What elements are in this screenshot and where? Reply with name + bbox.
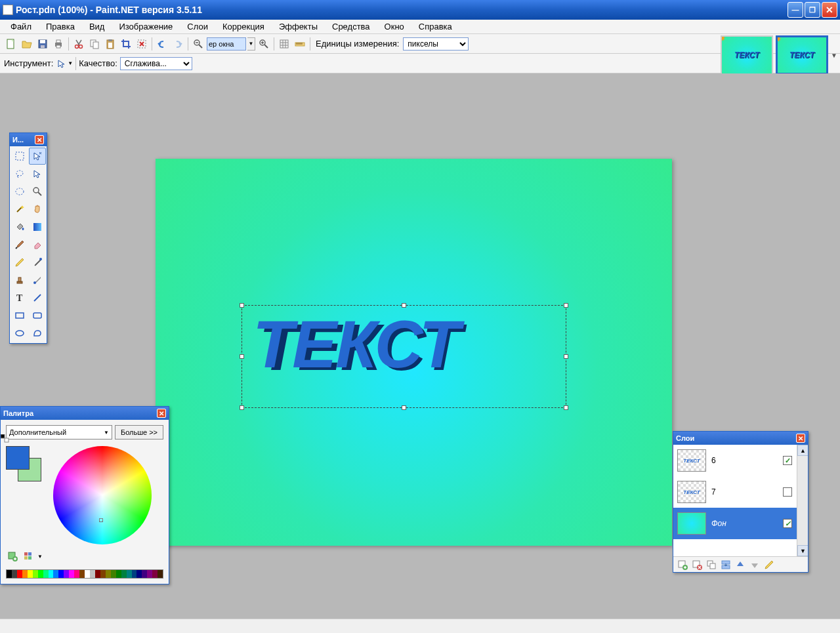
layer-row[interactable]: ТЕКСТ 7 [673,476,808,508]
palette-color[interactable] [33,570,38,578]
zoom-in-button[interactable] [257,37,271,51]
current-tool-icon[interactable] [56,58,68,70]
color-panel-title[interactable]: Палитра ✕ [1,407,169,420]
menu-adjust[interactable]: Коррекция [216,20,271,33]
recolor-tool[interactable] [29,272,46,289]
quality-select[interactable]: Сглажива... [120,57,192,70]
layer-row[interactable]: ТЕКСТ 6 ✓ [673,445,808,476]
resize-handle-ne[interactable] [564,303,568,308]
add-palette-color-icon[interactable] [6,550,19,563]
palette-color[interactable] [28,570,33,578]
tool-dropdown-arrow[interactable]: ▼ [68,60,73,66]
palette-color[interactable] [111,570,116,578]
ellipse-select-tool[interactable] [11,183,28,200]
zoom-tool[interactable] [29,183,46,200]
palette-color[interactable] [85,570,90,578]
palette-color[interactable] [69,570,74,578]
resize-handle-n[interactable] [402,303,406,308]
palette-color[interactable] [158,570,163,578]
resize-handle-nw[interactable] [240,303,244,308]
rectangle-tool[interactable] [11,307,28,324]
palette-color[interactable] [121,570,127,578]
palette-color[interactable] [38,570,43,578]
rect-select-tool[interactable] [11,148,28,165]
palette-color[interactable] [43,570,49,578]
duplicate-layer-button[interactable] [705,558,718,571]
menu-help[interactable]: Справка [412,20,459,33]
ruler-button[interactable] [293,37,307,51]
palette-color[interactable] [147,570,152,578]
menu-image[interactable]: Изображение [112,20,179,33]
palette-color[interactable] [64,570,69,578]
paintbrush-tool[interactable] [11,236,28,253]
palette-color[interactable] [12,570,17,578]
menu-effects[interactable]: Эффекты [272,20,324,33]
scroll-up-button[interactable]: ▲ [797,445,808,456]
thumbs-dropdown[interactable]: ▼ [831,49,837,62]
copy-button[interactable] [87,37,102,51]
menu-view[interactable]: Вид [83,20,112,33]
doc-thumb-1[interactable]: ✹ ТЕКСТ [721,35,773,75]
merge-layer-button[interactable] [719,558,732,571]
menu-layers[interactable]: Слои [180,20,215,33]
pan-tool[interactable] [29,201,46,218]
paste-button[interactable] [103,37,117,51]
move-selection-tool[interactable] [29,148,46,165]
save-button[interactable] [35,37,50,51]
layers-scrollbar[interactable]: ▲ ▼ [797,445,808,556]
color-close-button[interactable]: ✕ [157,409,166,418]
palette-color[interactable] [22,570,28,578]
palette-color[interactable] [142,570,147,578]
palette-color[interactable] [17,570,22,578]
doc-thumb-2[interactable]: ✹ ТЕКСТ [776,35,828,75]
palette-color[interactable] [136,570,142,578]
tools-close-button[interactable]: ✕ [35,135,44,144]
palette-color[interactable] [95,570,100,578]
delete-layer-button[interactable] [690,558,704,571]
text-tool[interactable]: T [11,289,28,306]
zoom-out-button[interactable] [191,37,205,51]
palette-color[interactable] [106,570,111,578]
move-layer-down-button[interactable] [748,558,761,571]
undo-button[interactable] [155,37,169,51]
menu-file[interactable]: Файл [4,20,38,33]
redo-button[interactable] [171,37,185,51]
resize-handle-e[interactable] [564,354,568,359]
color-picker-tool[interactable] [29,254,46,271]
add-layer-button[interactable] [676,558,689,571]
layers-panel-title[interactable]: Слои ✕ [673,432,808,445]
palette-color[interactable] [132,570,137,578]
layer-row[interactable]: Фон ✓ [673,508,808,539]
palette-color[interactable] [116,570,121,578]
resize-handle-sw[interactable] [240,405,244,410]
palette-color[interactable] [58,570,64,578]
zoom-dropdown[interactable]: ▼ [247,37,255,51]
swap-colors-icon[interactable] [1,434,10,443]
pencil-tool[interactable] [11,254,28,271]
tools-panel-title[interactable]: И... ✕ [10,133,47,146]
line-tool[interactable] [29,289,46,306]
rounded-rect-tool[interactable] [29,307,46,324]
menu-window[interactable]: Окно [378,20,411,33]
menu-edit[interactable]: Правка [39,20,81,33]
magic-wand-tool[interactable] [11,201,28,218]
new-button[interactable] [4,37,18,51]
deselect-button[interactable] [135,37,149,51]
palette-color[interactable] [90,570,95,578]
crop-button[interactable] [119,37,133,51]
move-pixels-tool[interactable] [29,165,46,182]
primary-color-swatch[interactable] [6,446,30,470]
menu-tools[interactable]: Средства [326,20,377,33]
ellipse-tool[interactable] [11,325,28,342]
resize-handle-se[interactable] [564,405,568,410]
palette-color[interactable] [127,570,132,578]
scroll-down-button[interactable]: ▼ [797,545,808,556]
layer-visible-checkbox[interactable]: ✓ [783,519,792,528]
more-button[interactable]: Больше >> [115,425,163,439]
move-layer-up-button[interactable] [734,558,747,571]
layer-visible-checkbox[interactable] [783,487,792,497]
wheel-marker[interactable] [99,518,103,522]
paint-bucket-tool[interactable] [11,218,28,235]
zoom-input[interactable] [207,37,246,51]
open-button[interactable] [20,37,34,51]
